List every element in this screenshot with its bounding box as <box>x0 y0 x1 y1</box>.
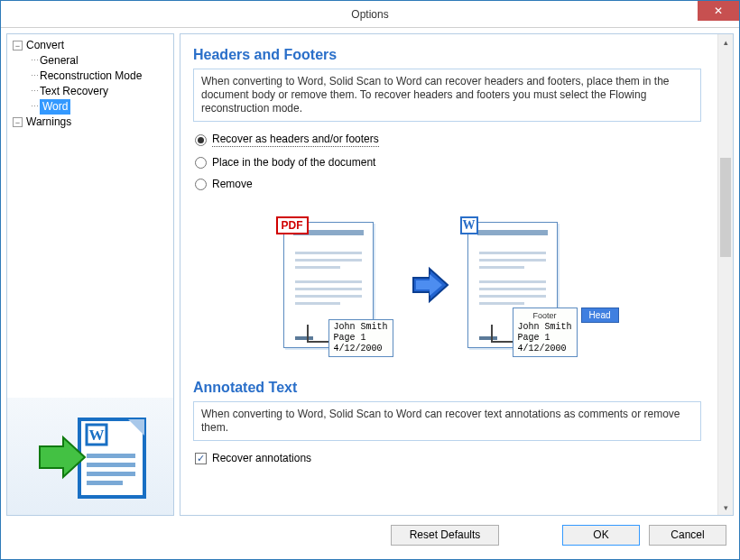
pdf-footer-callout: John Smith Page 1 4/12/2000 <box>328 319 393 357</box>
reset-defaults-button[interactable]: Reset Defaults <box>391 525 499 546</box>
tree-label-warnings: Warnings <box>26 115 71 130</box>
radio-label-remove: Remove <box>212 178 253 190</box>
word-document-graphic: W Footer John Smith Page 1 4/12/2000 Hea… <box>467 222 576 348</box>
checkbox-label-recover-annotations: Recover annotations <box>212 452 311 464</box>
conversion-illustration: PDF John Smith Page 1 4/12/2000 <box>193 199 701 371</box>
collapse-icon[interactable]: − <box>13 117 23 127</box>
sidebar: − Convert ⋯ General ⋯ Reconstruction Mod… <box>6 33 174 516</box>
tree-connector-icon: ⋯ <box>31 99 38 115</box>
scroll-up-icon[interactable]: ▴ <box>718 34 733 50</box>
callout-line: John Smith <box>334 322 388 333</box>
options-tree: − Convert ⋯ General ⋯ Reconstruction Mod… <box>7 34 173 398</box>
pdf-document-graphic: PDF John Smith Page 1 4/12/2000 <box>283 222 392 348</box>
tree-node-textrecovery[interactable]: ⋯ Text Recovery <box>9 84 171 99</box>
callout-line: 4/12/2000 <box>334 344 388 354</box>
content-row: − Convert ⋯ General ⋯ Reconstruction Mod… <box>6 33 734 516</box>
callout-line: Page 1 <box>518 333 572 344</box>
radio-remove[interactable]: Remove <box>195 178 701 190</box>
svg-rect-6 <box>87 472 135 476</box>
radio-recover-headers[interactable]: Recover as headers and/or footers <box>195 133 701 147</box>
tree-node-convert[interactable]: − Convert <box>9 38 171 53</box>
tree-label-reconstruction: Reconstruction Mode <box>40 69 142 84</box>
section-title-annotated-text: Annotated Text <box>193 380 701 396</box>
svg-rect-4 <box>87 454 135 458</box>
close-icon: ✕ <box>714 5 723 17</box>
scroll-track[interactable] <box>718 50 733 500</box>
tree-node-warnings[interactable]: − Warnings <box>9 115 171 130</box>
titlebar: Options ✕ <box>1 1 739 28</box>
radio-label-recover: Recover as headers and/or footers <box>212 133 379 147</box>
radio-place-in-body[interactable]: Place in the body of the document <box>195 156 701 169</box>
section-title-headers-footers: Headers and Footers <box>193 47 701 63</box>
cancel-button[interactable]: Cancel <box>649 525 726 546</box>
vertical-scrollbar[interactable]: ▴ ▾ <box>717 34 733 515</box>
word-badge: W <box>460 216 478 234</box>
dialog-button-row: Reset Defaults OK Cancel <box>6 516 734 554</box>
word-footer-callout: Footer John Smith Page 1 4/12/2000 <box>513 308 578 357</box>
annotated-text-description: When converting to Word, Solid Scan to W… <box>193 401 701 441</box>
checkbox-recover-annotations[interactable]: ✓ Recover annotations <box>195 452 701 464</box>
collapse-icon[interactable]: − <box>13 41 23 50</box>
tree-label-textrecovery: Text Recovery <box>40 84 108 99</box>
window-title: Options <box>351 8 388 21</box>
scroll-thumb[interactable] <box>720 158 731 257</box>
callout-line: Page 1 <box>334 333 388 344</box>
tree-label-general: General <box>40 53 79 69</box>
svg-rect-7 <box>87 481 123 485</box>
callout-line: 4/12/2000 <box>518 344 572 354</box>
main-panel: Headers and Footers When converting to W… <box>180 33 734 516</box>
close-button[interactable]: ✕ <box>698 1 739 21</box>
callout-line: John Smith <box>518 322 572 333</box>
main-content: Headers and Footers When converting to W… <box>180 34 717 515</box>
sidebar-illustration: W <box>7 398 173 515</box>
tree-label-word: Word <box>40 99 70 115</box>
headers-footers-description: When converting to Word, Solid Scan to W… <box>193 69 701 122</box>
tree-node-word[interactable]: ⋯ Word <box>9 99 171 115</box>
header-tag: Head <box>581 308 619 323</box>
blue-arrow-icon <box>408 263 451 307</box>
options-dialog: Options ✕ − Convert ⋯ General ⋯ <box>0 0 740 560</box>
radio-icon <box>195 157 207 169</box>
scroll-down-icon[interactable]: ▾ <box>718 500 733 515</box>
dialog-body: − Convert ⋯ General ⋯ Reconstruction Mod… <box>1 28 739 559</box>
convert-to-word-icon: W <box>27 407 153 506</box>
tree-connector-icon: ⋯ <box>31 84 38 99</box>
pdf-badge: PDF <box>276 216 309 234</box>
tree-label-convert: Convert <box>26 38 64 53</box>
callout-title: Footer <box>518 310 572 321</box>
radio-icon <box>195 179 207 190</box>
radio-label-body: Place in the body of the document <box>212 156 375 169</box>
tree-connector-icon: ⋯ <box>31 53 38 69</box>
checkbox-icon: ✓ <box>195 453 207 464</box>
tree-node-reconstruction[interactable]: ⋯ Reconstruction Mode <box>9 69 171 84</box>
radio-icon <box>195 134 207 146</box>
tree-connector-icon: ⋯ <box>31 69 38 84</box>
svg-rect-5 <box>87 463 135 467</box>
svg-text:W: W <box>89 427 105 444</box>
ok-button[interactable]: OK <box>562 525 640 546</box>
tree-node-general[interactable]: ⋯ General <box>9 53 171 69</box>
